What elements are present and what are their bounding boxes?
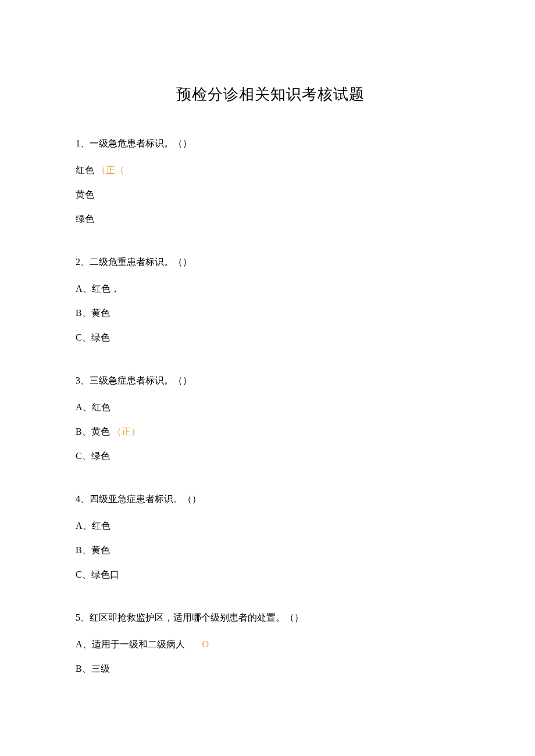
question-2: 2、二级危重患者标识。（） A、红色， B、黄色 C、绿色 [76,255,465,345]
question-2-text: 2、二级危重患者标识。（） [76,255,465,269]
question-5-text: 5、红区即抢救监护区，适用哪个级别患者的处置。（） [76,611,465,625]
answer-mark: （正） [112,427,140,436]
question-1-option-a: 红色（正（ [76,163,465,177]
question-4: 4、四级亚急症患者标识。（） A、红色 B、黄色 C、绿色口 [76,492,465,582]
question-4-option-b: B、黄色 [76,543,465,557]
question-3-text: 3、三级急症患者标识。（） [76,374,465,388]
answer-mark: （正（ [97,165,124,175]
question-4-option-c: C、绿色口 [76,568,465,582]
option-text: 红色 [76,165,94,175]
question-1: 1、一级急危患者标识。（） 红色（正（ 黄色 绿色 [76,137,465,226]
option-text: A、适用于一级和二级病人 [76,639,185,649]
question-2-option-b: B、黄色 [76,306,465,320]
document-title: 预检分诊相关知识考核试题 [76,84,465,105]
question-5-option-b: B、三级 [76,662,465,676]
option-text: B、黄色 [76,427,110,436]
answer-mark: O [202,639,209,649]
question-2-option-c: C、绿色 [76,331,465,345]
question-3-option-b: B、黄色（正） [76,425,465,439]
question-3-option-a: A、红色 [76,400,465,414]
question-4-text: 4、四级亚急症患者标识。（） [76,492,465,506]
question-1-option-b: 黄色 [76,188,465,202]
question-2-option-a: A、红色， [76,282,465,296]
question-1-text: 1、一级急危患者标识。（） [76,137,465,151]
question-5: 5、红区即抢救监护区，适用哪个级别患者的处置。（） A、适用于一级和二级病人O … [76,611,465,676]
question-4-option-a: A、红色 [76,519,465,533]
question-3-option-c: C、绿色 [76,449,465,463]
question-5-option-a: A、适用于一级和二级病人O [76,637,465,651]
question-1-option-c: 绿色 [76,212,465,226]
question-3: 3、三级急症患者标识。（） A、红色 B、黄色（正） C、绿色 [76,374,465,463]
